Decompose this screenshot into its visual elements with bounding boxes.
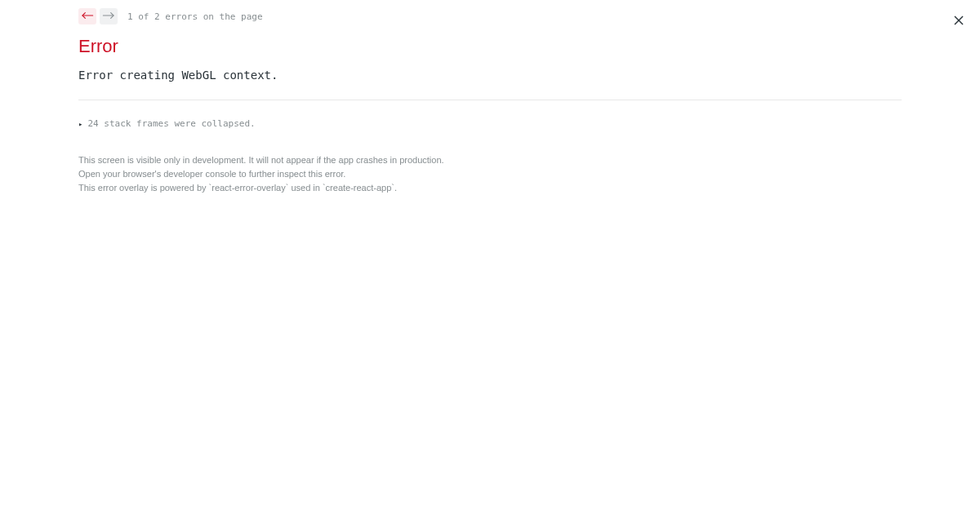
stack-collapsed-label: 24 stack frames were collapsed. <box>87 118 255 129</box>
divider <box>78 100 902 100</box>
error-title: Error <box>78 36 902 57</box>
close-icon <box>954 16 964 28</box>
footer-line: This error overlay is powered by `react-… <box>78 181 902 195</box>
footer-line: This screen is visible only in developme… <box>78 153 902 167</box>
footer-line: Open your browser's developer console to… <box>78 167 902 181</box>
nav-buttons <box>78 8 118 24</box>
error-message: Error creating WebGL context. <box>78 69 902 82</box>
close-button[interactable] <box>952 15 965 28</box>
prev-error-button[interactable] <box>78 8 96 24</box>
next-error-button[interactable] <box>100 8 118 24</box>
error-count: 1 of 2 errors on the page <box>127 11 263 22</box>
caret-right-icon: ▸ <box>78 120 82 128</box>
arrow-left-icon <box>81 11 94 23</box>
stack-frames-toggle[interactable]: ▸ 24 stack frames were collapsed. <box>78 118 256 129</box>
nav-row: 1 of 2 errors on the page <box>78 8 902 24</box>
error-overlay: 1 of 2 errors on the page Error Error cr… <box>78 0 902 195</box>
arrow-right-icon <box>102 11 115 23</box>
footer-note: This screen is visible only in developme… <box>78 153 902 195</box>
